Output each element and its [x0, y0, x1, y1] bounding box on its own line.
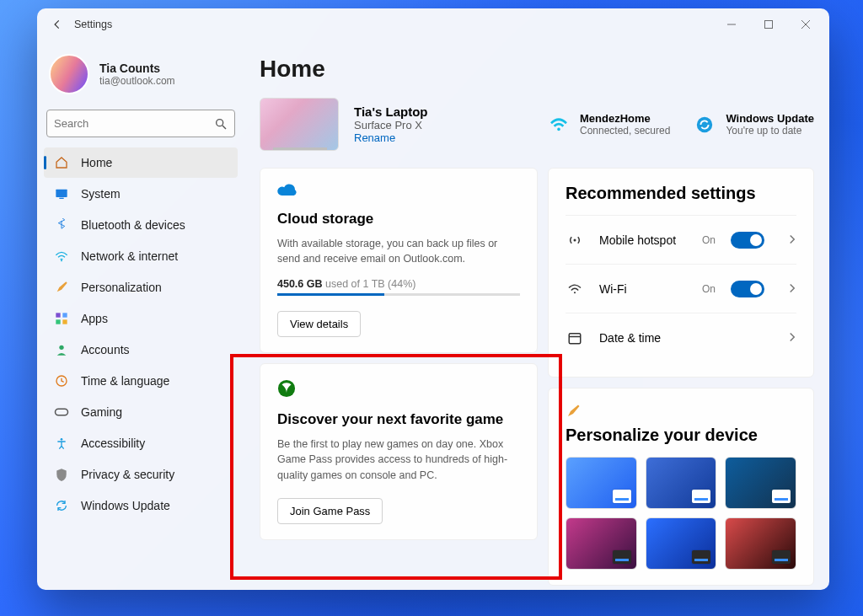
rec-wifi[interactable]: Wi-Fi On	[566, 264, 796, 313]
toggle-state: On	[702, 234, 716, 246]
rec-label: Wi-Fi	[599, 282, 687, 296]
xbox-icon	[277, 379, 520, 401]
rec-date-time[interactable]: Date & time	[566, 313, 796, 362]
brush-icon	[54, 281, 69, 294]
view-details-button[interactable]: View details	[277, 311, 361, 337]
nav-system[interactable]: System	[44, 179, 238, 209]
wifi-toggle[interactable]	[731, 281, 764, 297]
back-button[interactable]	[42, 9, 72, 40]
profile-block[interactable]: Tia Counts tia@outlook.com	[44, 44, 238, 110]
theme-tile[interactable]	[646, 457, 717, 509]
svg-rect-4	[56, 190, 67, 197]
toggle-state: On	[702, 283, 716, 295]
maximize-button[interactable]	[750, 12, 787, 37]
theme-tile[interactable]	[725, 457, 796, 509]
accessibility-icon	[54, 437, 69, 450]
svg-point-2	[217, 119, 223, 126]
nav-privacy[interactable]: Privacy & security	[44, 459, 238, 490]
svg-point-11	[59, 345, 63, 350]
theme-tile[interactable]	[725, 517, 796, 570]
close-button[interactable]	[787, 12, 824, 37]
col-right: Recommended settings Mobile hotspot On W…	[548, 168, 814, 590]
chevron-right-icon	[788, 281, 796, 297]
caption-controls	[713, 12, 824, 37]
theme-tile[interactable]	[646, 517, 717, 570]
device-thumbnail	[260, 98, 339, 151]
profile-email: tia@outlook.com	[99, 75, 175, 87]
nav-label: Network & internet	[81, 249, 178, 263]
update-title: Windows Update	[726, 112, 814, 125]
window-title: Settings	[74, 19, 112, 30]
nav-home[interactable]: Home	[44, 147, 238, 178]
cloud-desc: With available storage, you can back up …	[277, 236, 520, 266]
chevron-right-icon	[788, 330, 796, 345]
settings-window: Settings Tia Counts tia@outlook.com	[37, 8, 829, 590]
cloud-title: Cloud storage	[277, 211, 520, 228]
nav-personalization[interactable]: Personalization	[44, 272, 238, 303]
wifi-ssid: MendezHome	[580, 112, 670, 125]
nav-label: Time & language	[81, 374, 169, 388]
xbox-title: Discover your next favorite game	[277, 411, 520, 428]
wifi-substatus: Connected, secured	[580, 125, 670, 137]
nav-bluetooth[interactable]: Bluetooth & devices	[44, 210, 238, 240]
svg-point-14	[61, 438, 63, 441]
svg-point-6	[61, 260, 62, 261]
back-arrow-icon	[51, 19, 63, 30]
personalize-card: Personalize your device	[548, 388, 814, 586]
wifi-status-icon	[548, 114, 570, 136]
col-left: Cloud storage With available storage, yo…	[260, 168, 538, 590]
nav-gaming[interactable]: Gaming	[44, 397, 238, 427]
bluetooth-icon	[54, 218, 69, 232]
wifi-status[interactable]: MendezHome Connected, secured	[548, 112, 670, 137]
update-icon	[54, 499, 69, 512]
device-model: Surface Pro X	[354, 119, 427, 131]
main-content: Home Tia's Laptop Surface Pro X Rename M…	[244, 40, 829, 590]
nav-label: Accessibility	[81, 437, 145, 450]
svg-rect-8	[62, 313, 67, 317]
svg-point-18	[574, 238, 576, 241]
device-name: Tia's Laptop	[354, 104, 427, 119]
search-box[interactable]	[46, 110, 235, 137]
nav-accounts[interactable]: Accounts	[44, 335, 238, 365]
nav-label: Privacy & security	[81, 468, 174, 481]
nav-label: System	[81, 187, 121, 201]
theme-tile[interactable]	[566, 517, 637, 570]
rec-mobile-hotspot[interactable]: Mobile hotspot On	[566, 215, 796, 264]
svg-rect-10	[62, 319, 67, 324]
close-icon	[801, 19, 811, 29]
nav-accessibility[interactable]: Accessibility	[44, 428, 238, 458]
nav-label: Home	[81, 156, 112, 169]
nav-network[interactable]: Network & internet	[44, 241, 238, 271]
nav-update[interactable]: Windows Update	[44, 490, 238, 521]
nav-time[interactable]: Time & language	[44, 366, 238, 396]
titlebar: Settings	[37, 8, 829, 40]
page-title: Home	[260, 56, 814, 83]
update-status-icon	[694, 114, 716, 136]
system-icon	[54, 188, 69, 200]
nav-label: Apps	[81, 312, 108, 325]
nav-apps[interactable]: Apps	[44, 303, 238, 334]
cloud-storage-card: Cloud storage With available storage, yo…	[260, 168, 538, 353]
home-icon	[54, 156, 69, 169]
join-gamepass-button[interactable]: Join Game Pass	[277, 498, 383, 524]
minimize-button[interactable]	[713, 12, 750, 37]
apps-icon	[54, 312, 69, 325]
update-status[interactable]: Windows Update You're up to date	[694, 112, 814, 137]
search-input[interactable]	[54, 117, 214, 130]
personalize-title: Personalize your device	[566, 426, 796, 445]
nav-label: Personalization	[81, 281, 162, 294]
hotspot-toggle[interactable]	[731, 232, 764, 249]
svg-rect-20	[569, 333, 581, 343]
gaming-icon	[54, 406, 69, 418]
clock-icon	[54, 374, 69, 388]
theme-tile[interactable]	[566, 457, 637, 509]
rename-link[interactable]: Rename	[354, 131, 427, 144]
svg-rect-5	[59, 198, 63, 199]
rec-label: Date & time	[599, 331, 764, 345]
svg-line-3	[222, 126, 226, 129]
nav-label: Windows Update	[81, 499, 170, 512]
maximize-icon	[764, 19, 774, 29]
calendar-icon	[566, 330, 584, 345]
xbox-card: Discover your next favorite game Be the …	[260, 363, 538, 539]
svg-point-16	[697, 116, 712, 131]
